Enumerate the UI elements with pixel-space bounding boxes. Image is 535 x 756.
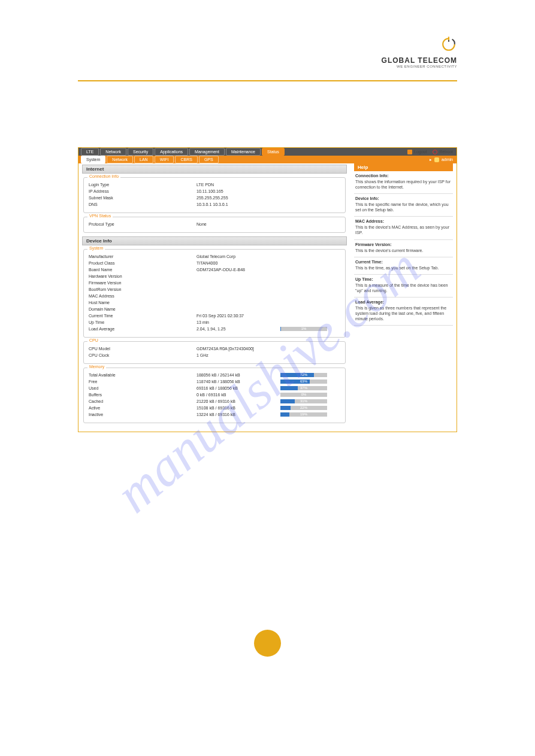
legend-cpu: CPU	[87, 338, 100, 342]
info-row: Used69316 kB / 188056 kB37%	[89, 385, 340, 391]
help-block-title: Connection Info:	[355, 174, 452, 178]
info-row: Product ClassTITAN4000	[89, 260, 340, 266]
info-label: Host Name	[89, 300, 197, 305]
info-value: 1 GHz	[197, 353, 280, 357]
info-row: Current TimeFri 03 Sep 2021 02:30:37	[89, 312, 340, 319]
sub-tab-system[interactable]: System	[81, 156, 105, 163]
main-tab-management[interactable]: Management	[189, 148, 225, 156]
info-label: BootRom Version	[89, 287, 197, 292]
info-row: CPU Clock1 GHz	[89, 352, 340, 359]
fieldset-vpn-status: VPN Status Protocol TypeNone	[83, 217, 346, 233]
info-label: Used	[89, 386, 197, 390]
info-value	[197, 274, 280, 278]
user-arrow: ▸	[430, 157, 432, 162]
sub-tab-cbrs[interactable]: CBRS	[175, 156, 197, 163]
info-row: Firmware Version	[89, 280, 340, 286]
info-value	[197, 307, 280, 311]
info-value: 10.11.100.165	[197, 189, 280, 193]
divider	[78, 80, 457, 81]
progress-bar: 72%	[280, 373, 340, 377]
help-block-text: This is the time, as you set on the Setu…	[355, 265, 452, 271]
router-admin-panel: LTENetworkSecurityApplicationsManagement…	[78, 147, 457, 432]
fieldset-cpu: CPU CPU ModelGDM7243A R0A [0x72430400]CP…	[83, 341, 346, 364]
section-header-internet: Internet	[82, 165, 347, 174]
info-value: TITAN4000	[197, 261, 280, 265]
logout-icon	[407, 150, 412, 154]
info-row: Host Name	[89, 299, 340, 306]
info-label: CPU Clock	[89, 353, 197, 357]
main-tab-network[interactable]: Network	[100, 148, 126, 156]
section-header-device-info: Device Info	[82, 236, 347, 245]
info-label: DNS	[89, 202, 197, 207]
progress-bar: 0%	[280, 393, 340, 397]
info-label: Total Available	[89, 373, 197, 377]
main-tab-maintenance[interactable]: Maintenance	[226, 148, 261, 156]
main-tab-lte[interactable]: LTE	[81, 148, 99, 156]
info-label: Free	[89, 379, 197, 384]
help-block: MAC Address:This is the device's MAC Add…	[354, 217, 453, 239]
help-block-text: This is the device's MAC Address, as see…	[355, 224, 452, 235]
help-block: Up Time:This is a measure of the time th…	[354, 275, 453, 297]
info-row: DNS10.3.0.1 10.3.0.1	[89, 201, 340, 208]
help-block-title: MAC Address:	[355, 219, 452, 223]
info-label: Product Class	[89, 261, 197, 265]
sub-tab-network[interactable]: Network	[107, 156, 133, 163]
info-label: CPU Model	[89, 347, 197, 351]
main-tab-applications[interactable]: Applications	[155, 148, 188, 156]
info-label: Current Time	[89, 314, 197, 318]
info-label: Domain Name	[89, 307, 197, 311]
info-label: Protocol Type	[89, 222, 197, 226]
progress-bar: 22%	[280, 406, 340, 410]
logout-button[interactable]: Logout	[407, 150, 427, 154]
info-value: LTE PDN	[197, 183, 280, 187]
info-label: Subnet Mask	[89, 196, 197, 200]
legend-connection-info: Connection Info	[87, 174, 120, 178]
help-block-title: Load Average:	[355, 300, 452, 304]
legend-memory: Memory	[87, 365, 106, 369]
sub-tab-gps[interactable]: GPS	[199, 156, 219, 163]
brand-logo-icon	[78, 36, 457, 54]
info-row: Subnet Mask255.255.255.255	[89, 195, 340, 201]
info-value: GDM7243AP-ODU-E-B48	[197, 268, 280, 272]
info-row: Protocol TypeNone	[89, 221, 340, 227]
main-tab-status[interactable]: Status	[262, 148, 285, 156]
help-block-text: This is a measure of the time the device…	[355, 283, 452, 293]
info-row: Board NameGDM7243AP-ODU-E-B48	[89, 266, 340, 273]
help-block-text: This is the device's current firmware.	[355, 248, 452, 253]
info-label: MAC Address	[89, 294, 197, 298]
info-row: Active15108 kB / 69316 kB22%	[89, 405, 340, 411]
fieldset-system: System ManufacturerGlobal Telecom CorpPr…	[83, 249, 346, 338]
info-value: 10.3.0.1 10.3.0.1	[197, 202, 280, 207]
info-row: Free118740 kB / 188056 kB63%	[89, 378, 340, 385]
progress-bar: 31%	[280, 399, 340, 403]
sub-tab-wifi[interactable]: WIFI	[155, 156, 174, 163]
info-label: Inactive	[89, 412, 197, 417]
info-row: ManufacturerGlobal Telecom Corp	[89, 253, 340, 260]
info-row: Up Time13 min	[89, 319, 340, 326]
brand-name: GLOBAL TELECOM	[78, 56, 457, 65]
info-row: BootRom Version	[89, 286, 340, 293]
user-menu[interactable]: ▸ admin	[430, 156, 453, 163]
reboot-button[interactable]: Reboot	[433, 150, 453, 154]
info-label: Hardware Version	[89, 274, 197, 278]
help-block-title: Device Info:	[355, 196, 452, 201]
main-tab-security[interactable]: Security	[128, 148, 153, 156]
fieldset-memory: Memory Total Available188056 kB / 262144…	[83, 368, 346, 423]
info-row: Cached21220 kB / 69316 kB31%	[89, 398, 340, 405]
info-row: Inactive13224 kB / 69316 kB19%	[89, 411, 340, 418]
info-row: Domain Name	[89, 306, 340, 312]
help-block: Device Info:This is the specific name fo…	[354, 194, 453, 217]
info-label: Manufacturer	[89, 254, 197, 259]
legend-system: System	[87, 246, 105, 250]
info-row: CPU ModelGDM7243A R0A [0x72430400]	[89, 345, 340, 352]
user-name: admin	[442, 157, 453, 162]
legend-vpn-status: VPN Status	[87, 214, 113, 218]
help-block: Connection Info:This shows the informati…	[354, 171, 453, 194]
progress-bar: 19%	[280, 412, 340, 417]
info-label: Up Time	[89, 320, 197, 324]
sub-tab-lan[interactable]: LAN	[134, 156, 153, 163]
info-row: Load Average2.04, 1.94, 1.251%	[89, 326, 340, 332]
sub-tab-bar: SystemNetworkLANWIFICBRSGPS ▸ admin	[78, 156, 457, 163]
info-value: 13 min	[197, 320, 280, 324]
power-icon	[433, 150, 437, 154]
